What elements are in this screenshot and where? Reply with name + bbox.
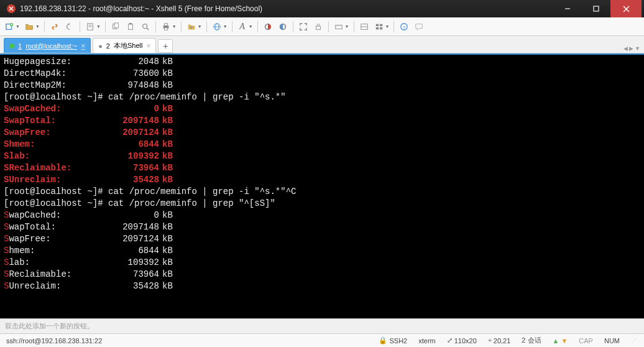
window-minimize-button[interactable] (553, 0, 582, 17)
tab-close-icon[interactable]: × (146, 42, 150, 50)
globe-button[interactable] (210, 20, 224, 34)
upload-icon: ▲ (553, 337, 559, 345)
status-size: ⤢ 110x20 (444, 336, 479, 345)
svg-rect-32 (379, 24, 382, 26)
new-session-button[interactable] (2, 20, 16, 34)
app-icon (6, 4, 16, 14)
tab-add-button[interactable]: + (158, 39, 173, 53)
svg-rect-33 (375, 27, 378, 29)
connection-indicator-icon (9, 44, 14, 49)
status-grip: ⋰ (628, 336, 640, 345)
svg-point-14 (142, 24, 147, 28)
svg-rect-13 (129, 22, 132, 24)
status-num: NUM (602, 337, 622, 345)
dropdown-icon[interactable]: ▼ (16, 24, 20, 29)
svg-rect-25 (335, 25, 342, 29)
window-maximize-button[interactable] (582, 0, 610, 17)
status-cap: CAP (576, 337, 596, 345)
reconnect-button[interactable] (63, 20, 76, 34)
keyboard-button[interactable] (332, 20, 346, 34)
local-shell-icon: ● (98, 42, 103, 50)
tab-number: 2 (106, 42, 110, 50)
dropdown-icon[interactable]: ▼ (249, 24, 253, 29)
svg-rect-12 (128, 24, 132, 29)
tab-list-button[interactable]: ▼ (635, 45, 640, 52)
tab-prev-button[interactable]: ◀ (623, 45, 628, 52)
dropdown-icon[interactable]: ▼ (385, 24, 390, 29)
paste-button[interactable] (124, 20, 137, 34)
svg-rect-18 (164, 27, 167, 30)
help-button[interactable]: ? (397, 20, 411, 34)
dropdown-icon[interactable]: ▼ (172, 24, 177, 29)
layout-horizontal-button[interactable] (357, 20, 371, 34)
svg-rect-17 (164, 23, 167, 25)
svg-rect-2 (594, 6, 599, 11)
toolbar: ▼ ▼ ▼ ▼ ▼ ▼ A ▼ ▼ ▼ ? (0, 17, 644, 36)
dropdown-icon[interactable]: ▼ (345, 24, 349, 29)
cursor-icon: ⌖ (488, 336, 492, 345)
tab-session-2[interactable]: ● 2 本地Shell × (93, 38, 156, 53)
svg-line-15 (147, 27, 149, 30)
dropdown-icon[interactable]: ▼ (35, 24, 40, 29)
dropdown-icon[interactable]: ▼ (96, 24, 101, 29)
tab-label: root@localhost:~ (25, 42, 77, 50)
find-button[interactable] (139, 20, 152, 34)
properties-button[interactable] (83, 20, 97, 34)
tab-session-1[interactable]: 1 root@localhost:~ × (4, 38, 91, 53)
tab-next-button[interactable]: ▶ (629, 45, 633, 52)
window-titlebar: 192.168.238.131:22 - root@localhost:~ - … (0, 0, 644, 17)
tab-bar: 1 root@localhost:~ × ● 2 本地Shell × + ◀ ▶… (0, 36, 644, 53)
layout-grid-button[interactable] (372, 20, 386, 34)
status-bar: ssh://root@192.168.238.131:22 🔒 SSH2 xte… (0, 333, 644, 347)
quick-command-hint: 双击此处添加一个新的按钮。 (5, 322, 94, 331)
status-sessions: 2 会话 (519, 336, 543, 345)
file-transfer-button[interactable] (185, 20, 198, 34)
svg-rect-34 (379, 27, 382, 29)
link-button[interactable] (48, 20, 62, 34)
svg-rect-11 (114, 22, 118, 27)
status-cursor: ⌖ 20,21 (485, 336, 513, 345)
color-scheme-button[interactable] (261, 20, 275, 34)
open-button[interactable] (22, 20, 36, 34)
dropdown-icon[interactable]: ▼ (198, 24, 202, 29)
dropdown-icon[interactable]: ▼ (223, 24, 228, 29)
lock-icon: 🔒 (379, 336, 387, 345)
tab-label: 本地Shell (114, 41, 142, 50)
window-title: 192.168.238.131:22 - root@localhost:~ - … (20, 4, 553, 13)
fullscreen-button[interactable] (297, 20, 310, 34)
status-ssh: 🔒 SSH2 (376, 336, 410, 345)
svg-text:?: ? (403, 24, 406, 30)
color-scheme2-button[interactable] (276, 20, 290, 34)
download-icon: ▼ (561, 337, 568, 345)
window-close-button[interactable] (610, 0, 642, 17)
resize-icon: ⤢ (447, 336, 453, 345)
lock-button[interactable] (311, 20, 325, 34)
terminal-output[interactable]: Hugepagesize:2048kBDirectMap4k:73600kBDi… (0, 53, 644, 318)
status-term: xterm (416, 337, 438, 345)
chat-button[interactable] (412, 20, 426, 34)
status-uri: ssh://root@192.168.238.131:22 (4, 337, 104, 345)
copy-button[interactable] (109, 20, 122, 34)
svg-rect-24 (316, 26, 320, 29)
tab-close-icon[interactable]: × (81, 42, 85, 50)
quick-command-bar[interactable]: 双击此处添加一个新的按钮。 (0, 318, 644, 333)
svg-rect-31 (375, 24, 378, 26)
status-traffic: ▲ ▼ (550, 337, 571, 345)
tab-nav: ◀ ▶ ▼ (623, 45, 640, 52)
tab-number: 1 (18, 42, 22, 50)
print-button[interactable] (159, 20, 173, 34)
font-button[interactable]: A (236, 20, 249, 34)
